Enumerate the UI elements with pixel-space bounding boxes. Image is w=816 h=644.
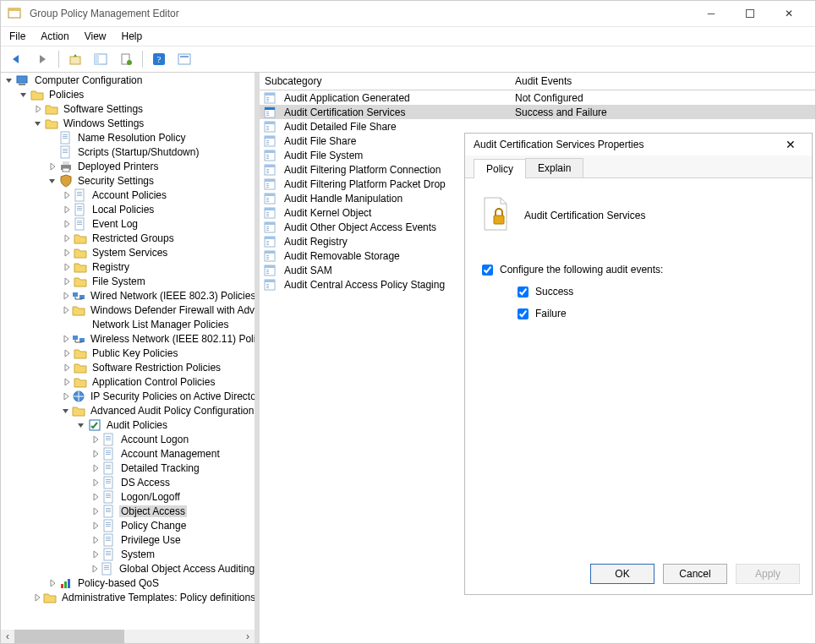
tree-item[interactable]: Logon/Logoff bbox=[4, 489, 255, 504]
tree-item[interactable]: Policies bbox=[4, 87, 255, 101]
expand-icon[interactable] bbox=[90, 565, 99, 573]
configure-checkbox[interactable] bbox=[482, 265, 493, 276]
tree-item[interactable]: Registry bbox=[4, 259, 255, 274]
column-subcategory[interactable]: Subcategory bbox=[260, 75, 510, 87]
tree-item[interactable]: Wired Network (IEEE 802.3) Policies bbox=[4, 288, 255, 303]
expand-icon[interactable] bbox=[62, 335, 70, 343]
tree-item[interactable]: DS Access bbox=[4, 475, 255, 489]
show-hide-tree-button[interactable] bbox=[90, 48, 112, 70]
tree-item[interactable]: Administrative Templates: Policy definit… bbox=[4, 590, 255, 604]
failure-checkbox-row[interactable]: Failure bbox=[518, 308, 795, 319]
tree-item[interactable]: Account Management bbox=[4, 446, 255, 461]
tree-item[interactable]: Detailed Tracking bbox=[4, 461, 255, 475]
menu-help[interactable]: Help bbox=[122, 30, 143, 42]
menu-file[interactable]: File bbox=[9, 30, 25, 42]
expand-icon[interactable] bbox=[62, 191, 72, 199]
tree-item[interactable]: Scripts (Startup/Shutdown) bbox=[4, 145, 255, 159]
collapse-icon[interactable] bbox=[4, 76, 14, 85]
grid-row[interactable]: Audit Application GeneratedNot Configure… bbox=[260, 90, 815, 105]
expand-icon[interactable] bbox=[62, 277, 72, 286]
expand-icon[interactable] bbox=[90, 550, 101, 559]
failure-checkbox[interactable] bbox=[518, 308, 528, 319]
tree-item[interactable]: Policy Change bbox=[4, 518, 255, 532]
tree-item[interactable]: Policy-based QoS bbox=[4, 576, 255, 590]
tree-item[interactable]: Privilege Use bbox=[4, 532, 255, 547]
expand-icon[interactable] bbox=[47, 579, 58, 587]
tree-item[interactable]: Public Key Policies bbox=[4, 346, 255, 360]
expand-icon[interactable] bbox=[62, 292, 70, 300]
export-button[interactable] bbox=[115, 48, 137, 70]
tree-item[interactable]: Advanced Audit Policy Configuration bbox=[4, 403, 255, 418]
tree-item[interactable]: Software Settings bbox=[4, 101, 255, 116]
expand-icon[interactable] bbox=[62, 220, 72, 228]
expand-icon[interactable] bbox=[33, 105, 43, 113]
tree-hscrollbar[interactable]: ‹› bbox=[1, 630, 255, 643]
tree-item[interactable]: Account Policies bbox=[4, 188, 255, 202]
tree-item[interactable]: Computer Configuration bbox=[4, 73, 255, 87]
grid-row[interactable]: Audit Detailed File Share bbox=[260, 119, 815, 134]
success-checkbox-row[interactable]: Success bbox=[518, 286, 795, 297]
tree-item[interactable]: IP Security Policies on Active Directory bbox=[4, 389, 255, 403]
expand-icon[interactable] bbox=[90, 435, 101, 444]
tree-item[interactable]: Windows Settings bbox=[4, 116, 255, 130]
expand-icon[interactable] bbox=[90, 521, 101, 530]
close-button[interactable]: ✕ bbox=[769, 1, 808, 26]
help-button[interactable]: ? bbox=[148, 48, 170, 70]
expand-icon[interactable] bbox=[62, 363, 72, 372]
configure-checkbox-row[interactable]: Configure the following audit events: bbox=[482, 264, 795, 276]
cancel-button[interactable]: Cancel bbox=[663, 564, 727, 584]
expand-icon[interactable] bbox=[90, 536, 101, 544]
tree-item[interactable]: Event Log bbox=[4, 216, 255, 231]
back-button[interactable] bbox=[6, 48, 28, 70]
collapse-icon[interactable] bbox=[19, 90, 29, 99]
nav-tree[interactable]: Computer ConfigurationPoliciesSoftware S… bbox=[4, 73, 255, 630]
expand-icon[interactable] bbox=[90, 450, 101, 458]
expand-icon[interactable] bbox=[90, 493, 101, 501]
expand-icon[interactable] bbox=[62, 248, 72, 257]
collapse-icon[interactable] bbox=[76, 421, 86, 429]
filter-button[interactable] bbox=[173, 48, 195, 70]
expand-icon[interactable] bbox=[62, 349, 72, 357]
minimize-button[interactable]: ─ bbox=[692, 1, 731, 26]
tree-item[interactable]: System Services bbox=[4, 245, 255, 259]
tree-item[interactable]: System bbox=[4, 547, 255, 561]
collapse-icon[interactable] bbox=[62, 407, 70, 415]
expand-icon[interactable] bbox=[62, 263, 72, 271]
expand-icon[interactable] bbox=[62, 306, 70, 314]
collapse-icon[interactable] bbox=[47, 177, 58, 185]
tree-item[interactable]: Account Logon bbox=[4, 432, 255, 446]
tree-item[interactable]: Audit Policies bbox=[4, 418, 255, 432]
column-audit-events[interactable]: Audit Events bbox=[510, 75, 815, 87]
tree-item[interactable]: Local Policies bbox=[4, 202, 255, 216]
collapse-icon[interactable] bbox=[33, 119, 43, 128]
tree-item[interactable]: Name Resolution Policy bbox=[4, 130, 255, 145]
up-button[interactable] bbox=[64, 48, 86, 70]
tree-item[interactable]: Restricted Groups bbox=[4, 231, 255, 245]
tree-item[interactable]: Software Restriction Policies bbox=[4, 360, 255, 374]
tree-item[interactable]: Security Settings bbox=[4, 173, 255, 188]
expand-icon[interactable] bbox=[47, 162, 58, 171]
expand-icon[interactable] bbox=[90, 478, 101, 487]
expand-icon[interactable] bbox=[33, 593, 41, 602]
expand-icon[interactable] bbox=[62, 234, 72, 243]
expand-icon[interactable] bbox=[90, 507, 101, 516]
tree-item[interactable]: Windows Defender Firewall with Advanced … bbox=[4, 303, 255, 317]
menu-action[interactable]: Action bbox=[41, 30, 68, 42]
ok-button[interactable]: OK bbox=[590, 564, 654, 584]
tab-explain[interactable]: Explain bbox=[525, 158, 583, 177]
menu-view[interactable]: View bbox=[85, 30, 107, 42]
tree-item[interactable]: Global Object Access Auditing bbox=[4, 561, 255, 576]
expand-icon[interactable] bbox=[62, 378, 72, 386]
tab-policy[interactable]: Policy bbox=[474, 159, 526, 178]
tree-item[interactable]: Object Access bbox=[4, 504, 255, 518]
tree-item[interactable]: Network List Manager Policies bbox=[4, 317, 255, 331]
tree-item[interactable]: File System bbox=[4, 274, 255, 288]
expand-icon[interactable] bbox=[62, 392, 70, 401]
apply-button[interactable]: Apply bbox=[736, 564, 800, 584]
grid-row[interactable]: Audit Certification ServicesSuccess and … bbox=[260, 105, 815, 119]
dialog-close-button[interactable]: ✕ bbox=[778, 138, 803, 151]
expand-icon[interactable] bbox=[90, 464, 101, 472]
tree-item[interactable]: Wireless Network (IEEE 802.11) Policies bbox=[4, 331, 255, 346]
tree-item[interactable]: Deployed Printers bbox=[4, 159, 255, 173]
success-checkbox[interactable] bbox=[518, 287, 528, 297]
